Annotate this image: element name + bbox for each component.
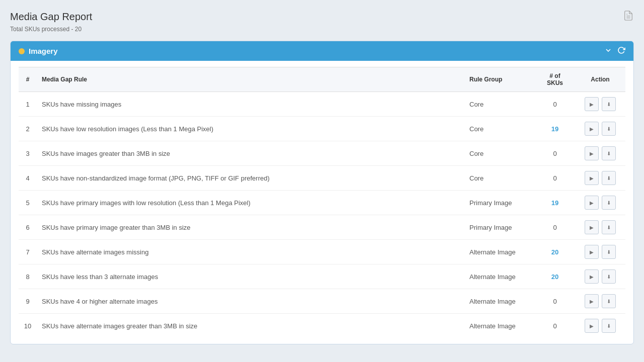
collapse-button[interactable] <box>604 46 612 56</box>
table-row: 4 SKUs have non-standardized image forma… <box>19 166 625 191</box>
refresh-button[interactable] <box>617 46 625 56</box>
table-row: 5 SKUs have primary images with low reso… <box>19 191 625 215</box>
row-num: 2 <box>19 117 37 141</box>
row-rule: SKUs have 4 or higher alternate images <box>37 289 464 314</box>
row-rule: SKUs have less than 3 alternate images <box>37 264 464 289</box>
download-button[interactable] <box>602 146 616 160</box>
row-skus: 19 <box>535 117 575 141</box>
row-skus: 20 <box>535 240 575 264</box>
download-icon <box>607 249 611 255</box>
row-skus: 0 <box>535 314 575 338</box>
download-icon <box>607 175 611 181</box>
download-button[interactable] <box>602 220 616 234</box>
imagery-section: Imagery # Media Gap Rule Rule <box>10 41 634 344</box>
play-icon <box>590 150 594 156</box>
row-action <box>575 314 625 338</box>
row-rule: SKUs have alternate images missing <box>37 240 464 264</box>
play-icon <box>590 274 594 280</box>
download-icon <box>607 126 611 132</box>
row-action <box>575 141 625 166</box>
row-skus: 19 <box>535 191 575 215</box>
row-num: 6 <box>19 215 37 240</box>
row-rule: SKUs have alternate images greater than … <box>37 314 464 338</box>
row-num: 1 <box>19 92 37 117</box>
row-num: 8 <box>19 264 37 289</box>
download-icon <box>607 224 611 230</box>
row-rule: SKUs have images greater than 3MB in siz… <box>37 141 464 166</box>
play-icon <box>590 249 594 255</box>
row-rule-group: Alternate Image <box>464 240 535 264</box>
row-rule-group: Core <box>464 166 535 191</box>
download-icon <box>607 323 611 329</box>
run-button[interactable] <box>585 294 599 308</box>
download-button[interactable] <box>602 269 616 284</box>
row-num: 10 <box>19 314 37 338</box>
row-rule: SKUs have primary image greater than 3MB… <box>37 215 464 240</box>
run-button[interactable] <box>585 97 599 111</box>
download-button[interactable] <box>602 97 616 111</box>
row-action <box>575 215 625 240</box>
run-button[interactable] <box>585 196 599 210</box>
row-action <box>575 92 625 117</box>
col-header-num: # <box>19 67 37 92</box>
section-header-right <box>604 46 625 56</box>
table-wrapper: # Media Gap Rule Rule Group # ofSKUs Act… <box>11 61 633 344</box>
run-button[interactable] <box>585 319 599 333</box>
section-header: Imagery <box>11 41 633 61</box>
row-rule: SKUs have low resolution images (Less th… <box>37 117 464 141</box>
row-action <box>575 191 625 215</box>
run-button[interactable] <box>585 146 599 160</box>
row-rule: SKUs have primary images with low resolu… <box>37 191 464 215</box>
download-button[interactable] <box>602 171 616 185</box>
col-header-skus: # ofSKUs <box>535 67 575 92</box>
download-button[interactable] <box>602 245 616 259</box>
play-icon <box>590 200 594 206</box>
row-action <box>575 166 625 191</box>
row-action <box>575 289 625 314</box>
row-rule-group: Alternate Image <box>464 289 535 314</box>
row-rule-group: Core <box>464 92 535 117</box>
row-action <box>575 264 625 289</box>
row-skus: 0 <box>535 215 575 240</box>
media-gap-table: # Media Gap Rule Rule Group # ofSKUs Act… <box>19 67 625 338</box>
table-row: 2 SKUs have low resolution images (Less … <box>19 117 625 141</box>
row-rule-group: Primary Image <box>464 215 535 240</box>
col-header-rule-group: Rule Group <box>464 67 535 92</box>
page-header: Media Gap Report Total SKUs processed - … <box>10 10 634 33</box>
download-button[interactable] <box>602 319 616 333</box>
row-rule: SKUs have non-standardized image format … <box>37 166 464 191</box>
play-icon <box>590 224 594 230</box>
row-num: 3 <box>19 141 37 166</box>
row-rule-group: Core <box>464 141 535 166</box>
section-dot <box>19 48 25 54</box>
download-icon <box>607 200 611 206</box>
table-header-row: # Media Gap Rule Rule Group # ofSKUs Act… <box>19 67 625 92</box>
run-button[interactable] <box>585 220 599 234</box>
page-title: Media Gap Report <box>10 11 92 23</box>
col-header-rule: Media Gap Rule <box>37 67 464 92</box>
download-button[interactable] <box>602 196 616 210</box>
export-icon[interactable] <box>623 10 634 24</box>
play-icon <box>590 101 594 107</box>
col-header-action: Action <box>575 67 625 92</box>
run-button[interactable] <box>585 269 599 284</box>
row-num: 4 <box>19 166 37 191</box>
section-header-left: Imagery <box>19 47 58 55</box>
download-button[interactable] <box>602 294 616 308</box>
row-rule-group: Core <box>464 117 535 141</box>
page-subtitle: Total SKUs processed - 20 <box>10 26 634 33</box>
download-icon <box>607 101 611 107</box>
play-icon <box>590 175 594 181</box>
table-row: 1 SKUs have missing images Core 0 <box>19 92 625 117</box>
row-skus: 20 <box>535 264 575 289</box>
run-button[interactable] <box>585 245 599 259</box>
row-rule-group: Alternate Image <box>464 314 535 338</box>
section-title: Imagery <box>29 47 58 55</box>
row-rule-group: Primary Image <box>464 191 535 215</box>
download-icon <box>607 150 611 156</box>
play-icon <box>590 126 594 132</box>
run-button[interactable] <box>585 122 599 136</box>
download-button[interactable] <box>602 122 616 136</box>
run-button[interactable] <box>585 171 599 185</box>
row-num: 5 <box>19 191 37 215</box>
